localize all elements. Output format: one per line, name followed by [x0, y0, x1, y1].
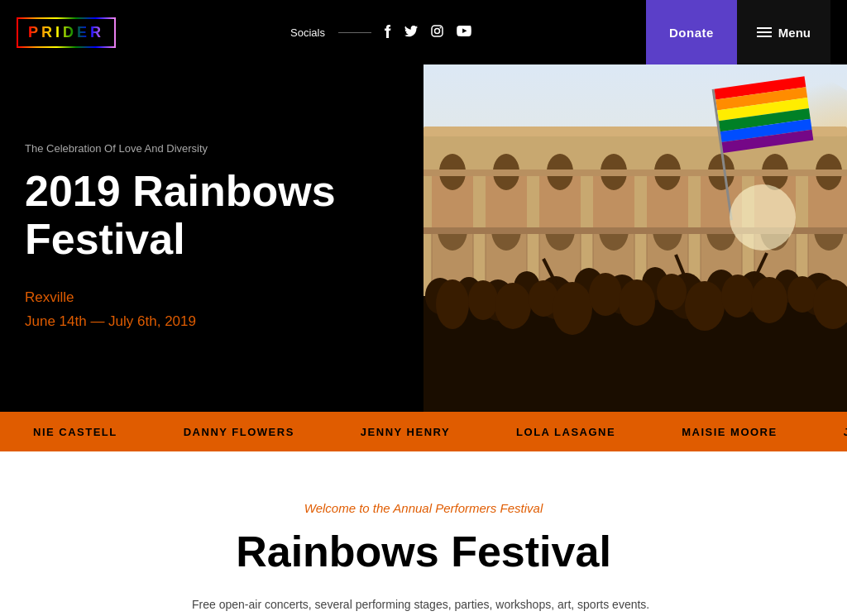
- ticker-inner: NIE CASTELL DANNY FLOWERS JENNY HENRY LO…: [0, 426, 847, 438]
- hero-title: 2019 Rainbows Festival: [25, 168, 390, 262]
- svg-point-67: [589, 273, 622, 316]
- section-body: Free open-air concerts, several performi…: [192, 595, 655, 616]
- ticker-item: MAISIE MOORE: [648, 426, 811, 438]
- socials-divider: [338, 32, 371, 33]
- svg-point-69: [657, 274, 687, 310]
- svg-point-78: [730, 184, 796, 251]
- svg-point-71: [721, 275, 754, 318]
- svg-point-72: [751, 277, 787, 323]
- youtube-icon[interactable]: [457, 26, 471, 39]
- svg-point-73: [787, 276, 817, 313]
- welcome-text: Welcome to the Annual Performers Festiva…: [192, 501, 655, 515]
- ticker-item: DANNY FLOWERS: [151, 426, 328, 438]
- ticker-item: JENNY HENRY: [328, 426, 483, 438]
- svg-point-70: [685, 281, 725, 331]
- header-actions: Donate Menu: [646, 0, 830, 64]
- hero-image: [424, 64, 847, 412]
- hero-illustration: [424, 64, 847, 412]
- hero-subtitle: The Celebration Of Love And Diversity: [25, 142, 390, 155]
- hero-city: Rexville: [25, 289, 74, 305]
- svg-point-1: [434, 29, 439, 34]
- svg-rect-39: [424, 170, 847, 176]
- svg-point-63: [468, 280, 498, 320]
- donate-button[interactable]: Donate: [646, 0, 737, 64]
- ticker-item: LOLA LASAGNE: [483, 426, 648, 438]
- logo[interactable]: PRIDER: [17, 17, 116, 48]
- facebook-icon[interactable]: [385, 25, 391, 41]
- svg-point-62: [436, 279, 469, 329]
- twitter-icon[interactable]: [404, 26, 418, 40]
- socials-label: Socials: [290, 26, 325, 39]
- svg-point-2: [439, 27, 441, 29]
- hero-dates: June 14th — July 6th, 2019: [25, 313, 196, 329]
- ticker-item: JENNIE CASTELL: [811, 426, 847, 438]
- hero-left-panel: The Celebration Of Love And Diversity 20…: [0, 64, 424, 412]
- menu-label: Menu: [778, 26, 811, 40]
- ticker-item: NIE CASTELL: [0, 426, 151, 438]
- site-header: PRIDER Socials Donate Menu: [0, 0, 847, 64]
- content-section: Welcome to the Annual Performers Festiva…: [175, 451, 672, 616]
- hero-section: The Celebration Of Love And Diversity 20…: [0, 64, 847, 412]
- menu-button[interactable]: Menu: [737, 0, 830, 64]
- hero-location: Rexville June 14th — July 6th, 2019: [25, 286, 390, 334]
- section-title: Rainbows Festival: [192, 528, 655, 575]
- hamburger-icon: [757, 27, 772, 37]
- social-nav: Socials: [290, 25, 471, 41]
- svg-point-68: [619, 279, 655, 326]
- performer-ticker: NIE CASTELL DANNY FLOWERS JENNY HENRY LO…: [0, 412, 847, 451]
- svg-point-64: [495, 283, 531, 329]
- instagram-icon[interactable]: [431, 25, 443, 40]
- logo-text: PRIDER: [28, 24, 104, 41]
- svg-point-66: [553, 282, 592, 335]
